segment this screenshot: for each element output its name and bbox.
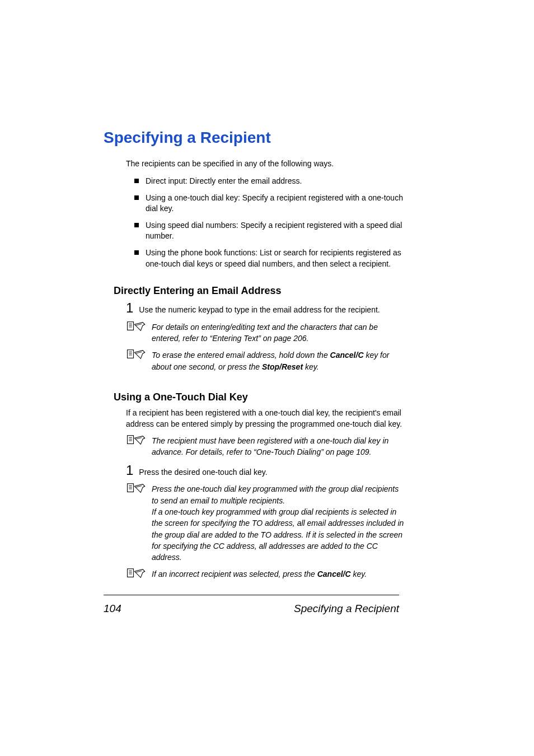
step-text: Press the desired one-touch dial key. bbox=[139, 467, 267, 478]
page-content: Specifying a Recipient The recipients ca… bbox=[104, 129, 406, 587]
bullet-text: Using a one-touch dial key: Specify a re… bbox=[146, 193, 406, 214]
note-bold-key: Stop/Reset bbox=[262, 362, 303, 371]
svg-rect-12 bbox=[128, 484, 134, 492]
note-text: To erase the entered email address, hold… bbox=[152, 349, 406, 372]
bullet-icon bbox=[134, 179, 139, 183]
bullet-text: Direct input: Directly enter the email a… bbox=[146, 176, 406, 187]
list-item: Using a one-touch dial key: Specify a re… bbox=[134, 193, 406, 214]
note-row: If an incorrect recipient was selected, … bbox=[126, 568, 406, 582]
step-number: 1 bbox=[126, 464, 133, 477]
footer-divider bbox=[104, 595, 399, 595]
note-icon bbox=[126, 348, 147, 363]
bullet-list: Direct input: Directly enter the email a… bbox=[134, 176, 406, 269]
section-heading-onetouch: Using a One-Touch Dial Key bbox=[114, 391, 406, 403]
note-icon bbox=[126, 320, 147, 335]
bullet-icon bbox=[134, 250, 139, 255]
note-bold-key: Cancel/C bbox=[317, 570, 351, 578]
step-text: Use the numeric keypad to type in the em… bbox=[139, 305, 380, 316]
body-paragraph: If a recipient has been registered with … bbox=[126, 408, 406, 430]
footer-title: Specifying a Recipient bbox=[294, 603, 399, 615]
note-text-part: If an incorrect recipient was selected, … bbox=[152, 570, 317, 578]
step-number: 1 bbox=[126, 301, 133, 315]
note-text-part: key. bbox=[303, 362, 319, 371]
step-row: 1 Press the desired one-touch dial key. bbox=[126, 464, 406, 478]
bullet-icon bbox=[134, 195, 139, 200]
note-text-part: key. bbox=[351, 570, 367, 578]
bullet-text: Using the phone book functions: List or … bbox=[146, 248, 406, 269]
footer: 104 Specifying a Recipient bbox=[104, 603, 399, 615]
intro-text: The recipients can be specified in any o… bbox=[126, 159, 406, 168]
bullet-text: Using speed dial numbers: Specify a reci… bbox=[146, 220, 406, 242]
note-icon bbox=[126, 482, 147, 497]
page-number: 104 bbox=[104, 603, 121, 615]
section-heading-direct-entry: Directly Entering an Email Address bbox=[114, 285, 406, 297]
note-row: To erase the entered email address, hold… bbox=[126, 349, 406, 372]
note-icon bbox=[126, 434, 147, 449]
svg-rect-0 bbox=[128, 322, 134, 330]
note-row: For details on entering/editing text and… bbox=[126, 321, 406, 344]
svg-rect-8 bbox=[128, 436, 134, 444]
note-text: Press the one-touch dial key programmed … bbox=[152, 483, 406, 563]
main-heading: Specifying a Recipient bbox=[104, 129, 406, 147]
list-item: Using the phone book functions: List or … bbox=[134, 248, 406, 269]
note-text: For details on entering/editing text and… bbox=[152, 321, 406, 344]
note-bold-key: Cancel/C bbox=[330, 351, 364, 360]
note-row: The recipient must have been registered … bbox=[126, 435, 406, 458]
note-icon bbox=[126, 567, 147, 582]
bullet-icon bbox=[134, 223, 139, 227]
svg-rect-4 bbox=[128, 350, 134, 358]
note-text-part: To erase the entered email address, hold… bbox=[152, 351, 330, 360]
svg-rect-16 bbox=[128, 569, 134, 577]
list-item: Using speed dial numbers: Specify a reci… bbox=[134, 220, 406, 242]
note-row: Press the one-touch dial key programmed … bbox=[126, 483, 406, 563]
note-text: If an incorrect recipient was selected, … bbox=[152, 568, 406, 580]
list-item: Direct input: Directly enter the email a… bbox=[134, 176, 406, 187]
note-text: The recipient must have been registered … bbox=[152, 435, 406, 458]
step-row: 1 Use the numeric keypad to type in the … bbox=[126, 301, 406, 316]
